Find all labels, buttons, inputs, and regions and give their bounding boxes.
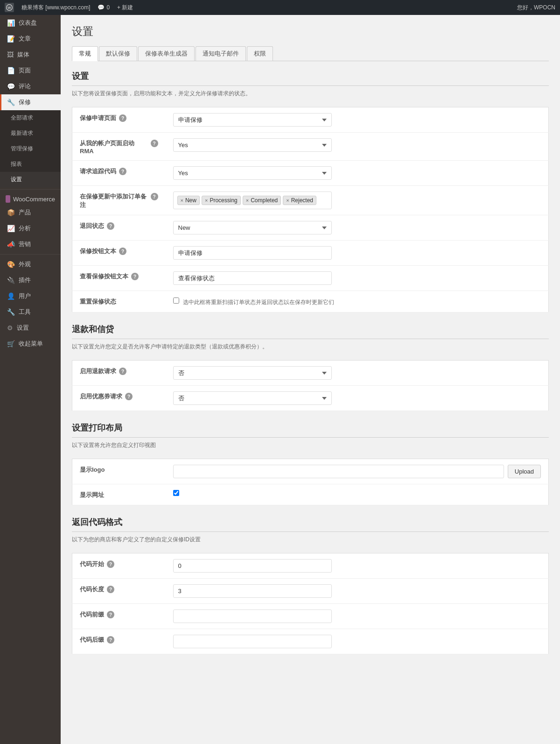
- help-icon-tracking[interactable]: ?: [119, 168, 126, 175]
- sidebar-item-users[interactable]: 👤 用户: [0, 288, 61, 304]
- wp-logo[interactable]: W: [5, 3, 14, 12]
- sidebar-item-products[interactable]: 📦 产品: [0, 205, 61, 220]
- table-row: 显示网址: [72, 484, 549, 505]
- print-section-desc: 以下设置将允许您自定义打印视图: [72, 441, 549, 449]
- tag-new-remove[interactable]: ×: [181, 198, 183, 203]
- help-icon-order-notes[interactable]: ?: [151, 193, 158, 200]
- rma-select[interactable]: Yes: [173, 138, 332, 152]
- plugins-icon: 🔌: [7, 276, 15, 284]
- layout: 📊 仪表盘 📝 文章 🖼 媒体 📄 页面 💬 评论 🔧 保修 全部请求: [0, 15, 560, 744]
- sidebar-item-tools[interactable]: 🔧 工具: [0, 304, 61, 320]
- help-icon-rma[interactable]: ?: [151, 140, 158, 147]
- print-section-title: 设置打印布局: [72, 422, 549, 438]
- help-icon-view-btn-text[interactable]: ?: [131, 273, 139, 280]
- settings-section-title: 设置: [72, 71, 549, 86]
- help-icon-repair-page[interactable]: ?: [119, 114, 126, 122]
- sidebar-item-all-requests[interactable]: 全部请求: [0, 110, 61, 126]
- upload-button[interactable]: Upload: [508, 465, 541, 478]
- refund-table: 启用退款请求 ? 否 启用优惠券请求 ?: [72, 360, 549, 411]
- tag-rejected-remove[interactable]: ×: [286, 198, 289, 203]
- upload-row: Upload: [173, 465, 541, 478]
- help-icon-code-prefix[interactable]: ?: [107, 611, 114, 618]
- tab-email[interactable]: 通知电子邮件: [196, 46, 246, 61]
- table-row: 退回状态 ? New: [72, 215, 549, 241]
- sidebar-item-orders[interactable]: 🛒 收起菜单: [0, 336, 61, 352]
- enable-coupon-label: 启用优惠券请求: [80, 392, 122, 401]
- sidebar-item-dashboard[interactable]: 📊 仪表盘: [0, 15, 61, 31]
- table-row: 代码前缀 ?: [72, 604, 549, 629]
- table-row: 代码后缀 ?: [72, 629, 549, 654]
- tag-completed-remove[interactable]: ×: [246, 198, 249, 203]
- code-start-input[interactable]: [173, 559, 332, 573]
- new-button[interactable]: + 新建: [117, 4, 133, 12]
- tab-form-builder[interactable]: 保修表单生成器: [138, 46, 195, 61]
- woocommerce-section[interactable]: WooCommerce: [0, 191, 61, 205]
- tracking-label: 请求追踪代码: [80, 167, 116, 176]
- spacer-1: [72, 312, 549, 324]
- help-icon-repair-btn-text[interactable]: ?: [119, 248, 126, 255]
- products-label: 产品: [19, 208, 31, 217]
- tag-processing[interactable]: × Processing: [202, 196, 241, 205]
- reset-status-checkbox[interactable]: [173, 298, 179, 304]
- sidebar-item-repair[interactable]: 🔧 保修: [0, 94, 61, 110]
- sidebar-item-wp-settings[interactable]: ⚙ 设置: [0, 320, 61, 336]
- sidebar-divider-2: [0, 254, 61, 255]
- sidebar-item-media[interactable]: 🖼 媒体: [0, 47, 61, 63]
- sidebar-item-latest-requests[interactable]: 最新请求: [0, 126, 61, 141]
- field-label-code-start: 代码开始 ?: [80, 559, 158, 568]
- sidebar-item-pages[interactable]: 📄 页面: [0, 63, 61, 78]
- woo-icon: [6, 195, 10, 203]
- sidebar-item-comments[interactable]: 💬 评论: [0, 78, 61, 94]
- enable-coupon-select[interactable]: 否: [173, 391, 332, 405]
- repair-btn-text-input[interactable]: [173, 246, 332, 260]
- comments-count[interactable]: 💬 0: [98, 4, 110, 11]
- sidebar-divider-1: [0, 189, 61, 190]
- table-row: 从我的帐户页面启动RMA ? Yes: [72, 133, 549, 161]
- posts-icon: 📝: [7, 35, 15, 43]
- tab-permissions[interactable]: 权限: [247, 46, 273, 61]
- help-icon-code-length[interactable]: ?: [107, 586, 114, 593]
- main-content: 设置 常规 默认保修 保修表单生成器 通知电子邮件 权限 设置 以下您将设置保修…: [61, 15, 560, 744]
- table-row: 启用优惠券请求 ? 否: [72, 386, 549, 411]
- tag-completed[interactable]: × Completed: [243, 196, 281, 205]
- woocommerce-label[interactable]: WooCommerce: [6, 195, 55, 203]
- tag-processing-remove[interactable]: ×: [205, 198, 208, 203]
- help-icon-code-start[interactable]: ?: [107, 560, 114, 568]
- help-icon-return-status[interactable]: ?: [107, 222, 114, 230]
- greeting: 您好，WPOCN: [517, 4, 555, 12]
- field-label-enable-coupon: 启用优惠券请求 ?: [80, 391, 158, 401]
- tab-default-warranty[interactable]: 默认保修: [99, 46, 137, 61]
- sidebar-item-analytics[interactable]: 📈 分析: [0, 220, 61, 236]
- code-prefix-input[interactable]: [173, 609, 332, 623]
- products-icon: 📦: [7, 209, 15, 216]
- sidebar-item-posts[interactable]: 📝 文章: [0, 31, 61, 47]
- appearance-label: 外观: [19, 260, 31, 269]
- tag-new[interactable]: × New: [177, 196, 200, 205]
- sidebar-item-plugins[interactable]: 🔌 插件: [0, 272, 61, 288]
- enable-refund-select[interactable]: 否: [173, 366, 332, 380]
- sidebar-item-manage-repair[interactable]: 管理保修: [0, 141, 61, 156]
- refund-section-desc: 以下设置允许您定义是否允许客户申请特定的退款类型（退款或优惠券积分）。: [72, 343, 549, 351]
- view-btn-text-input[interactable]: [173, 271, 332, 285]
- help-icon-enable-refund[interactable]: ?: [119, 368, 126, 375]
- reset-status-desc: 选中此框将重新扫描订单状态并返回状态以在保存时更新它们: [183, 297, 334, 306]
- tag-rejected[interactable]: × Rejected: [283, 196, 316, 205]
- tracking-select[interactable]: Yes: [173, 166, 332, 180]
- code-suffix-input[interactable]: [173, 635, 332, 648]
- sidebar-item-appearance[interactable]: 🎨 外观: [0, 256, 61, 272]
- logo-input[interactable]: [173, 465, 504, 478]
- sidebar-item-marketing[interactable]: 📣 营销: [0, 236, 61, 252]
- tag-new-label: New: [185, 197, 196, 204]
- tab-general[interactable]: 常规: [72, 46, 98, 61]
- order-notes-tags-field[interactable]: × New × Processing × Completed ×: [173, 191, 332, 209]
- sidebar-item-reports[interactable]: 报表: [0, 156, 61, 172]
- sidebar-item-settings[interactable]: 设置: [0, 172, 61, 187]
- repair-page-select[interactable]: 申请保修: [173, 113, 332, 127]
- comments-icon: 💬: [7, 83, 15, 90]
- code-length-input[interactable]: [173, 584, 332, 598]
- site-name[interactable]: 糖果博客 [www.wpocn.com]: [21, 4, 90, 12]
- return-status-select[interactable]: New: [173, 221, 332, 234]
- show-url-checkbox[interactable]: [173, 490, 179, 496]
- help-icon-code-suffix[interactable]: ?: [107, 636, 114, 644]
- help-icon-enable-coupon[interactable]: ?: [125, 393, 133, 400]
